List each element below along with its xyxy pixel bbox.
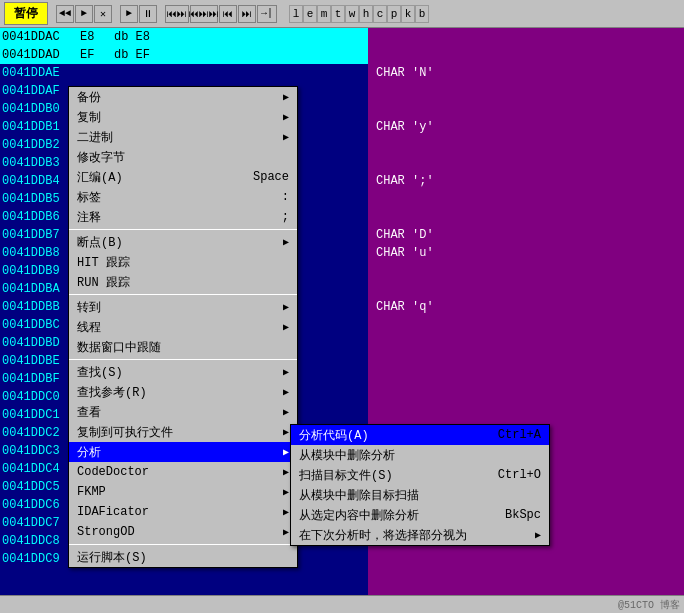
menu-item-2[interactable]: 二进制▶ [69, 127, 297, 147]
analyze-menu-item-2[interactable]: 扫描目标文件(S)Ctrl+O [291, 465, 549, 485]
toolbar-letter-w[interactable]: w [345, 5, 359, 23]
submenu-arrow-icon: ▶ [283, 236, 289, 248]
menu-item-label: 标签 [77, 189, 282, 206]
menu-separator [69, 229, 297, 230]
code-row[interactable]: 0041DDAE [0, 64, 368, 82]
menu-item-12[interactable]: 数据窗口中跟随 [69, 337, 297, 357]
toolbar-letter-l[interactable]: l [289, 5, 303, 23]
menu-item-6[interactable]: 注释; [69, 207, 297, 227]
toolbar-letter-c[interactable]: c [373, 5, 387, 23]
context-menu-main[interactable]: 备份▶复制▶二进制▶修改字节汇编(A)Space标签:注释;断点(B)▶HIT … [68, 86, 298, 568]
char-row [376, 28, 684, 46]
toolbar-letter-k[interactable]: k [401, 5, 415, 23]
toolbar-btn-t5[interactable]: →| [257, 5, 277, 23]
menu-item-14[interactable]: 查找参考(R)▶ [69, 382, 297, 402]
menu-item-label: 复制 [77, 109, 283, 126]
analyze-menu-shortcut: Ctrl+O [498, 468, 541, 482]
menu-item-label: 分析 [77, 444, 283, 461]
menu-item-22[interactable]: 运行脚本(S) [69, 547, 297, 567]
toolbar-nav-group: ◄◄ ► ✕ [56, 5, 112, 23]
char-row [376, 406, 684, 424]
menu-item-label: 修改字节 [77, 149, 289, 166]
menu-item-17[interactable]: 分析▶ [69, 442, 297, 462]
toolbar-letter-m[interactable]: m [317, 5, 331, 23]
menu-item-0[interactable]: 备份▶ [69, 87, 297, 107]
analyze-menu-item-4[interactable]: 从选定内容中删除分析BkSpc [291, 505, 549, 525]
toolbar-letter-b[interactable]: b [415, 5, 429, 23]
menu-item-4[interactable]: 汇编(A)Space [69, 167, 297, 187]
toolbar-btn-t2[interactable]: ⏮⏭⏭ [190, 5, 218, 23]
menu-separator [69, 544, 297, 545]
char-row: CHAR 'N' [376, 64, 684, 82]
menu-item-11[interactable]: 线程▶ [69, 317, 297, 337]
submenu-arrow-icon: ▶ [283, 91, 289, 103]
menu-item-1[interactable]: 复制▶ [69, 107, 297, 127]
menu-item-label: HIT 跟踪 [77, 254, 289, 271]
instruction-cell: db EF [110, 48, 368, 62]
menu-item-label: 注释 [77, 209, 282, 226]
toolbar-letter-h[interactable]: h [359, 5, 373, 23]
analyze-menu-item-1[interactable]: 从模块中删除分析 [291, 445, 549, 465]
toolbar: 暂停 ◄◄ ► ✕ ► ⏸ ⏮⏭ ⏮⏭⏭ ⏮ ⏭ →| l e m t w h … [0, 0, 684, 28]
analyze-menu-item-0[interactable]: 分析代码(A)Ctrl+A [291, 425, 549, 445]
menu-item-label: 线程 [77, 319, 283, 336]
char-row [376, 262, 684, 280]
toolbar-btn-play[interactable]: ► [75, 5, 93, 23]
menu-item-10[interactable]: 转到▶ [69, 297, 297, 317]
menu-item-7[interactable]: 断点(B)▶ [69, 232, 297, 252]
toolbar-letter-e[interactable]: e [303, 5, 317, 23]
analyze-menu-shortcut: BkSpc [505, 508, 541, 522]
menu-item-13[interactable]: 查找(S)▶ [69, 362, 297, 382]
status-bar: @51CTO 博客 [0, 595, 684, 613]
menu-item-label: StrongOD [77, 525, 283, 539]
char-row: CHAR 'q' [376, 298, 684, 316]
char-row [376, 352, 684, 370]
toolbar-btn-t4[interactable]: ⏭ [238, 5, 256, 23]
submenu-arrow-icon: ▶ [283, 301, 289, 313]
analyze-menu-label: 从模块中删除分析 [299, 447, 541, 464]
submenu-arrow-icon: ▶ [283, 321, 289, 333]
char-value: CHAR ';' [376, 174, 434, 188]
char-row [376, 208, 684, 226]
menu-item-label: 复制到可执行文件 [77, 424, 283, 441]
menu-item-9[interactable]: RUN 跟踪 [69, 272, 297, 292]
menu-item-21[interactable]: StrongOD▶ [69, 522, 297, 542]
analyze-menu-item-5[interactable]: 在下次分析时，将选择部分视为▶ [291, 525, 549, 545]
char-row [376, 388, 684, 406]
menu-item-3[interactable]: 修改字节 [69, 147, 297, 167]
toolbar-letter-t[interactable]: t [331, 5, 345, 23]
submenu-arrow-icon: ▶ [283, 111, 289, 123]
context-menu-analyze[interactable]: 分析代码(A)Ctrl+A从模块中删除分析扫描目标文件(S)Ctrl+O从模块中… [290, 424, 550, 546]
code-row[interactable]: 0041DDADEFdb EF [0, 46, 368, 64]
char-row [376, 334, 684, 352]
char-row: CHAR ';' [376, 172, 684, 190]
toolbar-btn-rewind[interactable]: ◄◄ [56, 5, 74, 23]
toolbar-btn-pause2[interactable]: ⏸ [139, 5, 157, 23]
analyze-menu-label: 扫描目标文件(S) [299, 467, 498, 484]
menu-item-16[interactable]: 复制到可执行文件▶ [69, 422, 297, 442]
toolbar-letter-p[interactable]: p [387, 5, 401, 23]
code-row[interactable]: 0041DDACE8db E8 [0, 28, 368, 46]
toolbar-btn-step-play[interactable]: ► [120, 5, 138, 23]
menu-item-label: CodeDoctor [77, 465, 283, 479]
analyze-menu-item-3[interactable]: 从模块中删除目标扫描 [291, 485, 549, 505]
toolbar-step-group: ► ⏸ [120, 5, 157, 23]
submenu-arrow-icon: ▶ [283, 426, 289, 438]
toolbar-btn-t1[interactable]: ⏮⏭ [165, 5, 189, 23]
analyze-menu-label: 从选定内容中删除分析 [299, 507, 505, 524]
menu-item-15[interactable]: 查看▶ [69, 402, 297, 422]
char-row: CHAR 'D' [376, 226, 684, 244]
menu-item-8[interactable]: HIT 跟踪 [69, 252, 297, 272]
submenu-arrow-icon: ▶ [283, 526, 289, 538]
toolbar-btn-t3[interactable]: ⏮ [219, 5, 237, 23]
char-row: CHAR 'u' [376, 244, 684, 262]
toolbar-btn-stop[interactable]: ✕ [94, 5, 112, 23]
char-value: CHAR 'q' [376, 300, 434, 314]
menu-item-18[interactable]: CodeDoctor▶ [69, 462, 297, 482]
menu-item-label: 查找(S) [77, 364, 283, 381]
menu-item-20[interactable]: IDAFicator▶ [69, 502, 297, 522]
toolbar-trace-group: ⏮⏭ ⏮⏭⏭ ⏮ ⏭ →| [165, 5, 277, 23]
menu-item-label: 查看 [77, 404, 283, 421]
menu-item-19[interactable]: FKMP▶ [69, 482, 297, 502]
menu-item-5[interactable]: 标签: [69, 187, 297, 207]
